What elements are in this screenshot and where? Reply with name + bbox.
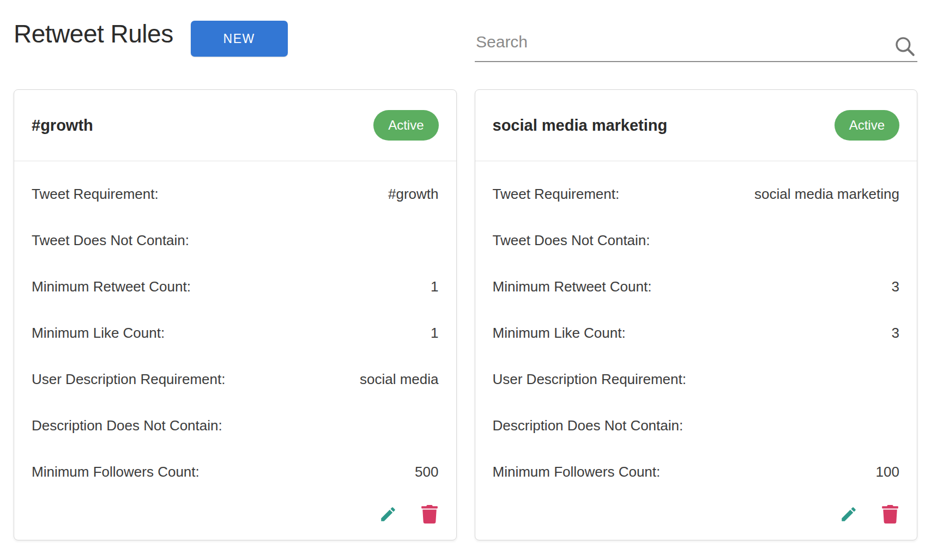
card-footer [14,500,456,540]
search-input[interactable] [475,25,917,62]
field-label: Description Does Not Contain: [32,417,222,434]
trash-icon [421,505,438,524]
field-label: Minimum Retweet Count: [32,278,191,295]
field-label: Tweet Does Not Contain: [32,232,189,249]
field-label: Minimum Like Count: [493,325,626,342]
field-value: 3 [892,278,899,295]
field-row: Minimum Followers Count: 100 [493,449,900,495]
rule-card-social-media-marketing: social media marketing Active Tweet Requ… [475,89,918,540]
field-value: 500 [415,464,438,480]
field-value: #growth [388,186,439,203]
field-label: Tweet Requirement: [32,186,159,203]
field-label: Minimum Followers Count: [493,464,661,480]
field-row: User Description Requirement: [493,356,900,403]
field-label: User Description Requirement: [32,371,225,388]
field-value: social media [360,371,439,388]
field-value: 1 [431,278,438,295]
retweet-rules-page: Retweet Rules NEW #growth Active Tweet R… [0,0,931,560]
rules-grid: #growth Active Tweet Requirement: #growt… [14,89,917,551]
field-label: Description Does Not Contain: [493,417,684,434]
field-row: Minimum Retweet Count: 1 [32,264,439,310]
card-body: Tweet Requirement: #growth Tweet Does No… [14,161,456,495]
status-badge: Active [373,110,438,141]
field-row: Tweet Does Not Contain: [493,217,900,264]
field-row: Description Does Not Contain: [32,403,439,449]
field-value: 3 [892,325,899,342]
edit-rule-button[interactable] [839,505,858,524]
card-footer [475,500,917,540]
field-label: Tweet Requirement: [493,186,620,203]
field-row: Tweet Requirement: social media marketin… [493,171,900,217]
field-row: Tweet Requirement: #growth [32,171,439,217]
field-row: Description Does Not Contain: [493,403,900,449]
field-row: Minimum Followers Count: 500 [32,449,439,495]
field-value: 100 [876,464,899,480]
rule-card-growth: #growth Active Tweet Requirement: #growt… [14,89,457,540]
trash-icon [882,505,898,524]
field-row: Tweet Does Not Contain: [32,217,439,264]
field-label: User Description Requirement: [493,371,686,388]
topbar: Retweet Rules NEW [14,0,917,62]
search-icon [893,35,916,58]
edit-rule-button[interactable] [379,505,397,524]
field-label: Tweet Does Not Contain: [493,232,650,249]
rule-name: #growth [32,117,93,135]
field-row: Minimum Retweet Count: 3 [493,264,900,310]
field-label: Minimum Like Count: [32,325,165,342]
card-header: social media marketing Active [475,90,917,161]
delete-rule-button[interactable] [421,505,438,524]
rule-name: social media marketing [493,117,668,135]
delete-rule-button[interactable] [882,505,898,524]
pencil-icon [839,505,858,524]
field-value: 1 [431,325,438,342]
field-row: Minimum Like Count: 1 [32,310,439,356]
search-field [475,20,917,62]
field-value: social media marketing [754,186,899,203]
field-label: Minimum Retweet Count: [493,278,652,295]
field-row: User Description Requirement: social med… [32,356,439,403]
pencil-icon [379,505,397,524]
new-rule-button[interactable]: NEW [191,21,288,57]
card-body: Tweet Requirement: social media marketin… [475,161,917,495]
field-row: Minimum Like Count: 3 [493,310,900,356]
field-label: Minimum Followers Count: [32,464,200,480]
status-badge: Active [835,110,899,141]
card-header: #growth Active [14,90,456,161]
page-title: Retweet Rules [14,20,173,48]
